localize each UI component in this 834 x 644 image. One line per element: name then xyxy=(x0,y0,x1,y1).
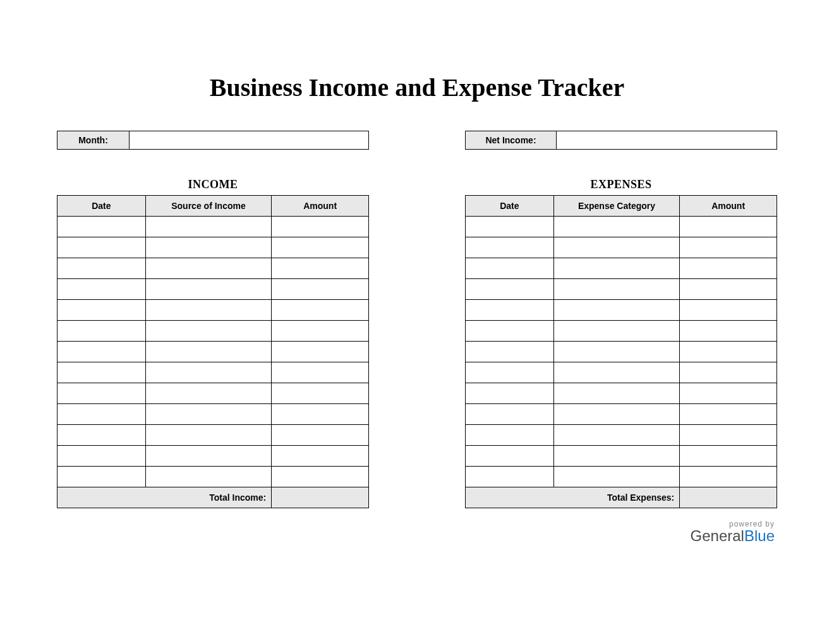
income-date-cell[interactable] xyxy=(57,425,146,446)
expense-date-cell[interactable] xyxy=(466,279,554,300)
expense-amount-cell[interactable] xyxy=(680,404,777,425)
income-amount-cell[interactable] xyxy=(272,362,369,383)
expense-date-cell[interactable] xyxy=(466,446,554,467)
expense-category-cell[interactable] xyxy=(553,446,680,467)
expense-category-cell[interactable] xyxy=(553,237,680,258)
income-date-cell[interactable] xyxy=(57,404,146,425)
expense-category-cell[interactable] xyxy=(553,425,680,446)
income-source-cell[interactable] xyxy=(145,446,272,467)
income-date-cell[interactable] xyxy=(57,446,146,467)
expenses-total-label: Total Expenses: xyxy=(466,487,680,508)
expense-amount-cell[interactable] xyxy=(680,446,777,467)
brand-blue: Blue xyxy=(744,527,775,544)
expense-category-cell[interactable] xyxy=(553,258,680,279)
income-source-cell[interactable] xyxy=(145,362,272,383)
income-date-cell[interactable] xyxy=(57,342,146,362)
expense-category-cell[interactable] xyxy=(553,383,680,404)
expense-category-cell[interactable] xyxy=(553,279,680,300)
expense-amount-cell[interactable] xyxy=(680,237,777,258)
expense-amount-cell[interactable] xyxy=(680,258,777,279)
expense-amount-cell[interactable] xyxy=(680,383,777,404)
income-amount-cell[interactable] xyxy=(272,300,369,321)
income-source-cell[interactable] xyxy=(145,279,272,300)
income-date-cell[interactable] xyxy=(57,467,146,487)
expense-category-cell[interactable] xyxy=(553,217,680,237)
table-row xyxy=(57,446,369,467)
expense-date-cell[interactable] xyxy=(466,362,554,383)
income-source-cell[interactable] xyxy=(145,217,272,237)
income-total-label: Total Income: xyxy=(57,487,272,508)
income-amount-cell[interactable] xyxy=(272,237,369,258)
income-source-cell[interactable] xyxy=(145,425,272,446)
income-table: Date Source of Income Amount Total Incom… xyxy=(57,195,369,508)
expense-amount-cell[interactable] xyxy=(680,321,777,342)
expense-amount-cell[interactable] xyxy=(680,279,777,300)
net-income-label: Net Income: xyxy=(465,131,557,150)
income-total-value[interactable] xyxy=(272,487,369,508)
income-amount-cell[interactable] xyxy=(272,446,369,467)
expense-category-cell[interactable] xyxy=(553,362,680,383)
expense-category-cell[interactable] xyxy=(553,404,680,425)
expense-amount-cell[interactable] xyxy=(680,467,777,487)
income-date-cell[interactable] xyxy=(57,362,146,383)
income-amount-cell[interactable] xyxy=(272,258,369,279)
income-date-cell[interactable] xyxy=(57,217,146,237)
expenses-section-title: EXPENSES xyxy=(465,178,777,191)
expense-date-cell[interactable] xyxy=(466,300,554,321)
income-source-cell[interactable] xyxy=(145,237,272,258)
expenses-total-value[interactable] xyxy=(680,487,777,508)
income-amount-cell[interactable] xyxy=(272,217,369,237)
table-row xyxy=(466,300,777,321)
income-amount-cell[interactable] xyxy=(272,425,369,446)
expense-amount-cell[interactable] xyxy=(680,217,777,237)
income-source-cell[interactable] xyxy=(145,467,272,487)
expense-amount-cell[interactable] xyxy=(680,425,777,446)
expense-date-cell[interactable] xyxy=(466,342,554,362)
income-date-cell[interactable] xyxy=(57,321,146,342)
table-row xyxy=(57,321,369,342)
table-row xyxy=(466,362,777,383)
expense-date-cell[interactable] xyxy=(466,258,554,279)
expenses-header-category: Expense Category xyxy=(553,196,680,217)
income-date-cell[interactable] xyxy=(57,383,146,404)
expenses-table: Date Expense Category Amount Total Expen… xyxy=(465,195,777,508)
table-row xyxy=(57,237,369,258)
income-amount-cell[interactable] xyxy=(272,342,369,362)
income-date-cell[interactable] xyxy=(57,279,146,300)
expense-amount-cell[interactable] xyxy=(680,342,777,362)
month-label: Month: xyxy=(57,131,130,150)
expense-date-cell[interactable] xyxy=(466,467,554,487)
net-income-value[interactable] xyxy=(557,131,777,150)
income-date-cell[interactable] xyxy=(57,237,146,258)
income-source-cell[interactable] xyxy=(145,321,272,342)
table-row xyxy=(57,217,369,237)
expense-category-cell[interactable] xyxy=(553,300,680,321)
expenses-total-row: Total Expenses: xyxy=(466,487,777,508)
income-amount-cell[interactable] xyxy=(272,279,369,300)
income-date-cell[interactable] xyxy=(57,258,146,279)
income-amount-cell[interactable] xyxy=(272,404,369,425)
expense-date-cell[interactable] xyxy=(466,425,554,446)
income-amount-cell[interactable] xyxy=(272,467,369,487)
month-value[interactable] xyxy=(130,131,369,150)
expense-category-cell[interactable] xyxy=(553,467,680,487)
income-source-cell[interactable] xyxy=(145,300,272,321)
income-amount-cell[interactable] xyxy=(272,383,369,404)
expense-category-cell[interactable] xyxy=(553,321,680,342)
income-amount-cell[interactable] xyxy=(272,321,369,342)
expense-date-cell[interactable] xyxy=(466,237,554,258)
page-title: Business Income and Expense Tracker xyxy=(57,73,777,102)
income-source-cell[interactable] xyxy=(145,383,272,404)
expense-amount-cell[interactable] xyxy=(680,362,777,383)
expense-date-cell[interactable] xyxy=(466,217,554,237)
expense-date-cell[interactable] xyxy=(466,404,554,425)
expenses-block: EXPENSES Date Expense Category Amount To… xyxy=(465,178,777,508)
income-source-cell[interactable] xyxy=(145,404,272,425)
expense-category-cell[interactable] xyxy=(553,342,680,362)
income-date-cell[interactable] xyxy=(57,300,146,321)
expense-date-cell[interactable] xyxy=(466,321,554,342)
income-source-cell[interactable] xyxy=(145,342,272,362)
expense-amount-cell[interactable] xyxy=(680,300,777,321)
expense-date-cell[interactable] xyxy=(466,383,554,404)
income-source-cell[interactable] xyxy=(145,258,272,279)
